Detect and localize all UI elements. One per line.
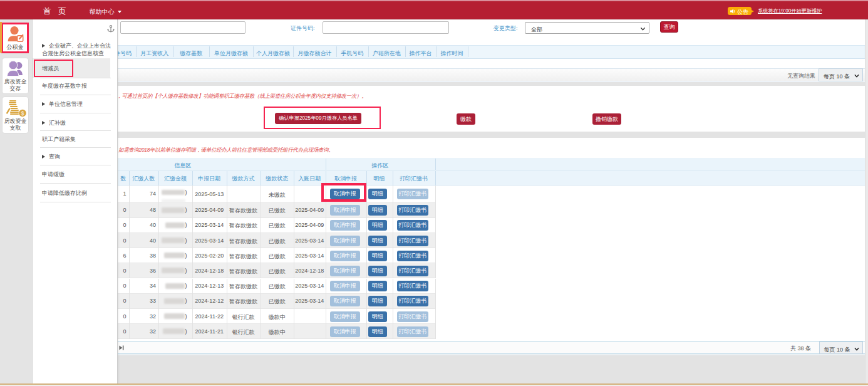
svg-text:$: $ (21, 110, 24, 117)
